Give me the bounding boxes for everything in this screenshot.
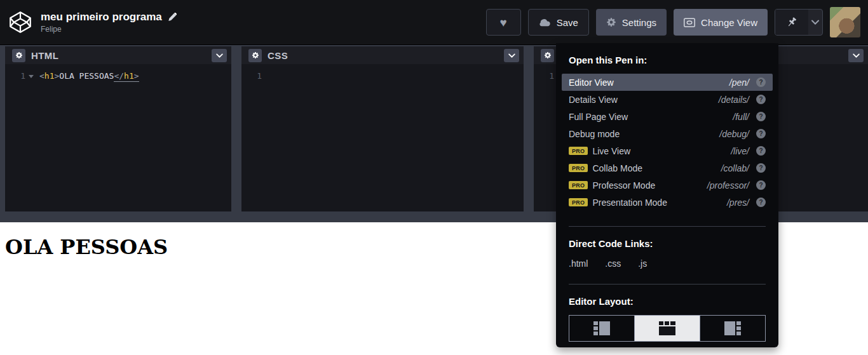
view-icon (684, 18, 695, 27)
menu-item-label: Live View (592, 146, 630, 156)
css-panel-header: CSS (241, 46, 524, 64)
menu-item-label: Full Page View (569, 112, 628, 122)
menu-item-editor-view[interactable]: Editor View /pen/ ? (562, 74, 773, 91)
help-icon[interactable]: ? (756, 77, 766, 87)
pushpin-icon (785, 16, 798, 29)
html-code-editor[interactable]: 1 <h1>OLA PESSOAS</h1> (5, 64, 231, 211)
menu-item-path: /full/ (733, 112, 749, 122)
html-panel: HTML 1 <h1>OLA PESSOAS</h1> (5, 46, 231, 211)
gear-icon (15, 51, 23, 59)
menu-item-label: Professor Mode (592, 180, 655, 191)
layout-right-icon (724, 321, 741, 335)
menu-item-presentation-mode[interactable]: PRO Presentation Mode /pres/ ? (562, 194, 773, 211)
codepen-logo-icon[interactable] (9, 11, 32, 34)
pin-caret-button[interactable] (808, 10, 822, 35)
editor-layout-top-button[interactable] (634, 316, 700, 341)
help-icon[interactable]: ? (756, 163, 766, 173)
menu-item-live-view[interactable]: PRO Live View /live/ ? (562, 142, 773, 159)
pin-dropdown-group (775, 9, 823, 36)
layout-top-icon (659, 321, 675, 335)
help-icon[interactable]: ? (756, 95, 766, 104)
cloud-icon (539, 18, 551, 27)
pro-badge: PRO (569, 181, 588, 189)
settings-button[interactable]: Settings (596, 9, 667, 36)
code-line: 1 <h1>OLA PESSOAS</h1> (5, 71, 231, 81)
pin-button[interactable] (775, 10, 808, 35)
direct-code-links-title: Direct Code Links: (556, 227, 778, 257)
menu-item-path: /debug/ (719, 129, 749, 139)
html-panel-collapse-button[interactable] (212, 49, 227, 62)
change-view-dropdown: Open this Pen in: Editor View /pen/ ? De… (556, 43, 778, 347)
menu-item-label: Presentation Mode (592, 198, 667, 208)
menu-item-professor-mode[interactable]: PRO Professor Mode /professor/ ? (562, 177, 773, 194)
edit-pencil-icon[interactable] (168, 13, 177, 22)
menu-item-path: /pres/ (727, 198, 749, 208)
direct-link-css[interactable]: .css (605, 258, 621, 269)
change-view-button[interactable]: Change View (674, 9, 768, 36)
avatar[interactable] (830, 7, 860, 37)
gear-icon (544, 51, 552, 59)
direct-code-links: .html .css .js (556, 257, 778, 269)
css-settings-gear-button[interactable] (248, 49, 262, 62)
pro-badge: PRO (569, 147, 588, 155)
line-number: 1 (15, 71, 25, 81)
css-panel: CSS 1 (241, 46, 524, 211)
menu-item-path: /pen/ (729, 77, 749, 88)
menu-item-path: /professor/ (707, 180, 749, 191)
menu-item-details-view[interactable]: Details View /details/ ? (562, 91, 773, 108)
css-panel-title: CSS (268, 50, 288, 61)
help-icon[interactable]: ? (756, 180, 766, 190)
menu-item-path: /collab/ (721, 163, 749, 173)
help-icon[interactable]: ? (756, 112, 766, 121)
page-title: meu primeiro programa (41, 11, 162, 23)
save-button[interactable]: Save (528, 9, 589, 36)
pro-badge: PRO (569, 198, 588, 206)
menu-item-full-page-view[interactable]: Full Page View /full/ ? (562, 108, 773, 125)
code-text: <h1>OLA PESSOAS</h1> (39, 71, 139, 81)
css-panel-collapse-button[interactable] (504, 49, 519, 62)
js-panel-collapse-button[interactable] (848, 49, 864, 62)
menu-item-label: Details View (569, 95, 618, 105)
save-button-label: Save (557, 17, 578, 28)
change-view-button-label: Change View (701, 17, 757, 28)
chevron-down-icon (853, 53, 860, 58)
line-number: 1 (252, 71, 262, 81)
menu-item-path: /live/ (731, 146, 749, 156)
open-pen-menu: Editor View /pen/ ? Details View /detail… (556, 74, 778, 211)
menu-item-collab-mode[interactable]: PRO Collab Mode /collab/ ? (562, 159, 773, 177)
menu-item-label: Editor View (569, 77, 614, 88)
editor-layout-title: Editor Layout: (556, 285, 778, 315)
html-panel-title: HTML (31, 50, 58, 61)
menu-item-label: Collab Mode (592, 163, 642, 173)
direct-link-html[interactable]: .html (569, 258, 588, 269)
pen-author[interactable]: Felipe (41, 25, 177, 34)
chevron-down-icon (216, 53, 223, 58)
chevron-down-icon (508, 53, 515, 58)
gear-icon (252, 51, 259, 59)
editor-layout-switcher (569, 315, 766, 342)
editor-layout-right-button[interactable] (700, 316, 765, 341)
js-settings-gear-button[interactable] (541, 49, 554, 62)
help-icon[interactable]: ? (756, 129, 766, 138)
pen-title-block: meu primeiro programa Felipe (41, 11, 177, 34)
line-number: 1 (544, 71, 554, 81)
fold-arrow-icon[interactable] (29, 75, 34, 78)
css-code-editor[interactable]: 1 (241, 64, 524, 211)
like-button[interactable]: ♥ (486, 9, 521, 36)
heart-icon: ♥ (500, 17, 507, 29)
dropdown-title: Open this Pen in: (556, 43, 778, 74)
gear-icon (606, 17, 616, 27)
menu-item-path: /details/ (719, 95, 749, 105)
menu-item-debug-mode[interactable]: Debug mode /debug/ ? (562, 125, 773, 142)
html-panel-header: HTML (5, 46, 231, 64)
chevron-down-icon (811, 20, 819, 25)
header-actions: ♥ Save Settings Change View (486, 7, 860, 37)
panel-resizer[interactable] (524, 45, 534, 211)
panel-resizer[interactable] (231, 45, 241, 211)
code-line: 1 (241, 71, 524, 81)
help-icon[interactable]: ? (756, 146, 766, 156)
direct-link-js[interactable]: .js (638, 258, 647, 269)
editor-layout-left-button[interactable] (569, 316, 634, 341)
html-settings-gear-button[interactable] (12, 49, 25, 62)
help-icon[interactable]: ? (756, 198, 766, 207)
